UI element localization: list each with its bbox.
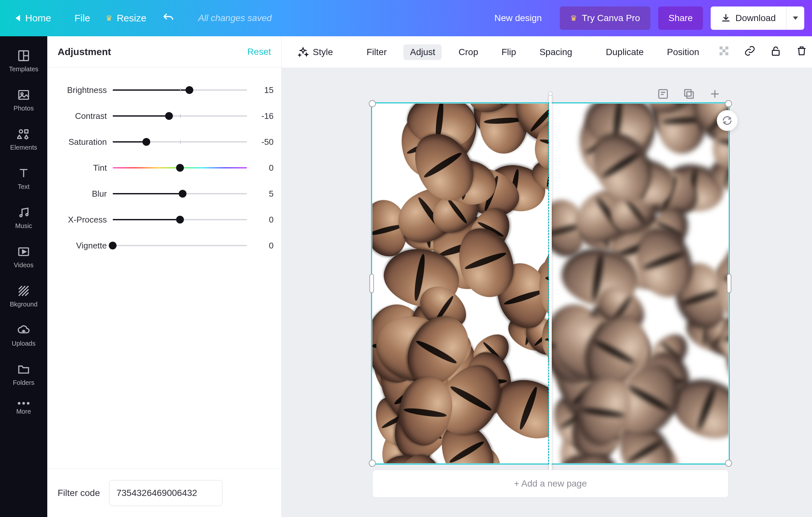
text-icon (17, 167, 30, 180)
filter-code-input[interactable] (109, 480, 223, 506)
position-button[interactable]: Position (661, 45, 706, 60)
sidebar-item-videos[interactable]: Videos (0, 239, 47, 277)
photos-icon (17, 88, 30, 101)
slider-value: 15 (253, 85, 273, 95)
background-icon (17, 284, 30, 297)
slider-thumb[interactable] (142, 138, 150, 146)
add-page-button[interactable]: + Add a new page (372, 470, 728, 497)
resize-handle-br[interactable] (725, 460, 732, 467)
page-add-button[interactable] (708, 87, 721, 101)
trash-icon (796, 45, 808, 57)
slider-thumb[interactable] (109, 242, 117, 249)
download-dropdown[interactable] (786, 6, 804, 30)
uploads-icon (17, 324, 30, 336)
sliders-list: Brightness15Contrast-16Saturation-50Tint… (47, 67, 281, 468)
page-tools (657, 87, 721, 101)
style-button[interactable]: Style (291, 44, 339, 61)
resize-handle-tr[interactable] (725, 100, 732, 107)
sidebar-item-uploads[interactable]: Uploads (0, 317, 47, 355)
slider-track[interactable] (113, 89, 247, 91)
new-design-button[interactable]: New design (484, 6, 552, 30)
slider-value: 0 (253, 163, 273, 173)
lock-icon (770, 45, 782, 57)
resize-handle-ml[interactable] (370, 274, 374, 293)
more-icon (18, 402, 29, 405)
sidebar-item-more[interactable]: More (0, 396, 47, 423)
resize-handle-bl[interactable] (369, 460, 376, 467)
svg-rect-14 (772, 51, 779, 55)
refresh-button[interactable] (717, 110, 737, 131)
slider-thumb[interactable] (185, 86, 193, 94)
slider-label: Tint (55, 163, 107, 173)
link-button[interactable] (742, 43, 758, 61)
slider-track[interactable] (113, 245, 247, 246)
slider-thumb[interactable] (179, 190, 186, 198)
file-menu-group: File ♛ Resize (75, 12, 146, 24)
videos-icon (17, 245, 30, 258)
slider-label: X-Process (55, 215, 107, 225)
link-icon (744, 45, 756, 57)
crop-button[interactable]: Crop (452, 45, 485, 60)
slider-thumb[interactable] (165, 112, 173, 120)
slider-label: Saturation (55, 137, 107, 147)
slider-row-tint: Tint0 (55, 155, 273, 181)
context-toolbar: Style Filter Adjust Crop Flip Spacing Du… (282, 36, 812, 68)
reset-button[interactable]: Reset (248, 47, 271, 57)
slider-track[interactable] (113, 115, 247, 117)
svg-rect-11 (722, 50, 725, 53)
try-pro-button[interactable]: ♛ Try Canva Pro (560, 6, 650, 30)
lock-button[interactable] (768, 43, 784, 61)
svg-rect-10 (725, 47, 728, 50)
spacing-button[interactable]: Spacing (533, 45, 579, 60)
share-button[interactable]: Share (658, 6, 703, 30)
download-button[interactable]: Download (710, 6, 786, 30)
sidebar-item-bkground[interactable]: Bkground (0, 278, 47, 316)
slider-value: -16 (253, 111, 273, 121)
slider-thumb[interactable] (176, 164, 184, 172)
sparkle-icon (297, 46, 309, 58)
top-navbar: Home File ♛ Resize All changes saved New… (0, 0, 812, 36)
divider-top-knob (548, 91, 553, 96)
refresh-icon (721, 115, 733, 126)
slider-track[interactable] (113, 167, 247, 168)
filter-code-row: Filter code (47, 468, 281, 517)
svg-rect-12 (719, 53, 722, 55)
download-icon (721, 13, 731, 23)
slider-value: 0 (253, 215, 273, 225)
slider-track[interactable] (113, 219, 247, 220)
resize-menu[interactable]: ♛ Resize (106, 12, 146, 24)
undo-button[interactable] (162, 12, 175, 25)
transparency-button[interactable] (716, 43, 732, 61)
slider-track[interactable] (113, 193, 247, 194)
home-button[interactable]: Home (8, 10, 59, 26)
artboard[interactable] (372, 104, 728, 463)
svg-point-6 (20, 215, 22, 217)
slider-row-saturation: Saturation-50 (55, 129, 273, 155)
svg-point-7 (26, 214, 28, 216)
duplicate-button[interactable]: Duplicate (599, 45, 650, 60)
elements-icon (17, 128, 30, 141)
delete-button[interactable] (794, 43, 809, 61)
comparison-divider[interactable] (549, 94, 552, 476)
sidebar-item-music[interactable]: Music (0, 199, 47, 238)
adjust-button[interactable]: Adjust (403, 45, 442, 60)
file-menu[interactable]: File (75, 12, 90, 24)
resize-handle-tl[interactable] (369, 100, 376, 107)
slider-value: -50 (253, 137, 273, 147)
sidebar-item-folders[interactable]: Folders (0, 356, 47, 394)
slider-thumb[interactable] (176, 216, 184, 223)
sidebar-item-text[interactable]: Text (0, 160, 47, 198)
sidebar-item-templates[interactable]: Templates (0, 43, 47, 81)
crown-icon: ♛ (570, 13, 577, 23)
resize-handle-mr[interactable] (727, 274, 731, 293)
page-notes-button[interactable] (657, 87, 670, 101)
panel-title: Adjustment (58, 46, 111, 57)
flip-button[interactable]: Flip (495, 45, 523, 60)
sidebar-item-photos[interactable]: Photos (0, 82, 47, 120)
slider-track[interactable] (113, 141, 247, 142)
chevron-left-icon (16, 15, 20, 21)
filter-button[interactable]: Filter (360, 45, 393, 60)
icon-sidebar: Templates Photos Elements Text Music Vid… (0, 36, 47, 517)
sidebar-item-elements[interactable]: Elements (0, 121, 47, 159)
page-duplicate-button[interactable] (683, 87, 695, 101)
